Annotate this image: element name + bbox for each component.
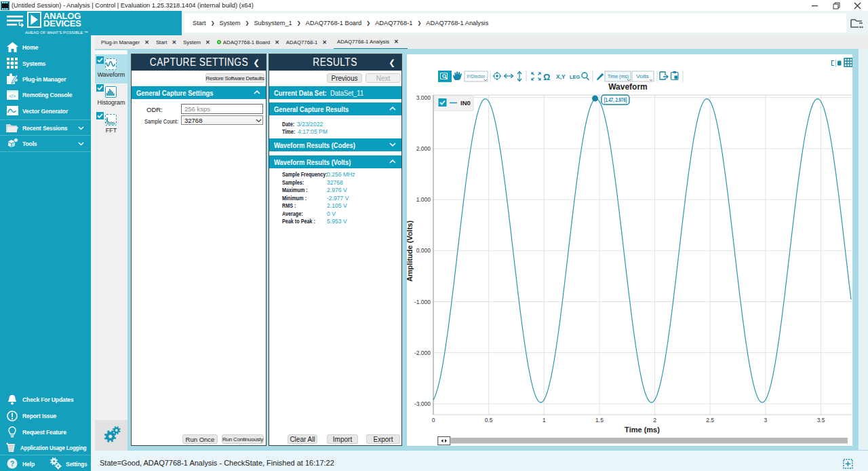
svg-text:0.000: 0.000: [416, 247, 431, 254]
svg-text:</>: </>: [9, 93, 16, 98]
svg-text:2.5: 2.5: [706, 417, 714, 423]
svg-text:Waveform: Waveform: [608, 82, 648, 92]
svg-text:Amplitude (Volts): Amplitude (Volts): [407, 221, 414, 282]
svg-text:2: 2: [653, 417, 656, 423]
svg-text:1.5: 1.5: [595, 417, 604, 423]
svg-text:0.5: 0.5: [485, 417, 493, 423]
svg-text:Time (ms): Time (ms): [625, 426, 660, 434]
svg-text:3.5: 3.5: [817, 417, 825, 423]
svg-text:Ω: Ω: [543, 72, 550, 82]
svg-text:Volts: Volts: [636, 73, 649, 79]
svg-text:0: 0: [432, 417, 435, 423]
svg-text:-3.000: -3.000: [414, 400, 431, 407]
svg-text:Time (ms): Time (ms): [608, 73, 629, 79]
svg-text:2.000: 2.000: [416, 145, 431, 152]
svg-text:1: 1: [542, 417, 546, 423]
svg-text:X,Y: X,Y: [556, 73, 566, 80]
svg-text:3.000: 3.000: [416, 94, 431, 101]
svg-text:IN0: IN0: [460, 99, 471, 107]
svg-text:?: ?: [10, 460, 14, 468]
svg-text:-2.000: -2.000: [414, 350, 431, 356]
svg-text:3: 3: [764, 417, 768, 423]
svg-text:(1.47, 2.976): (1.47, 2.976): [604, 96, 627, 103]
svg-text:LEG: LEG: [570, 74, 580, 80]
svg-text:-1.000: -1.000: [414, 299, 431, 305]
svg-text:XYDirection: XYDirection: [467, 73, 485, 79]
svg-text:1.000: 1.000: [416, 196, 431, 203]
